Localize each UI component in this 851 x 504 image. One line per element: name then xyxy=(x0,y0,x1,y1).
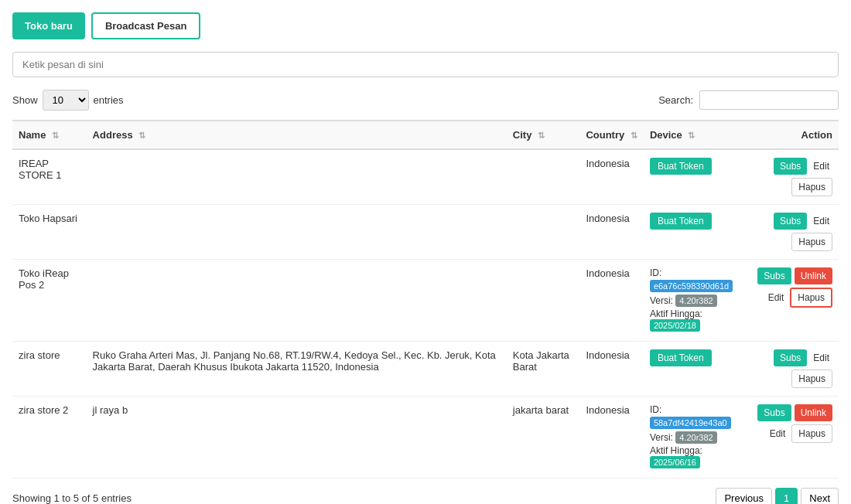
stores-table: Name ⇅ Address ⇅ City ⇅ Country ⇅ Device xyxy=(12,120,839,478)
store-city: Kota Jakarta Barat xyxy=(507,342,580,397)
action-cell: SubsEditHapus xyxy=(751,205,839,260)
device-aktif: Aktif Hingga: 2025/02/18 xyxy=(650,308,745,332)
col-address: Address ⇅ xyxy=(87,121,507,149)
store-name: Toko Hapsari xyxy=(12,205,87,260)
col-device: Device ⇅ xyxy=(644,121,751,149)
store-address xyxy=(87,260,507,342)
store-city xyxy=(507,149,580,205)
buat-token-button[interactable]: Buat Token xyxy=(650,213,712,230)
message-search-bar xyxy=(12,52,839,77)
store-country: Indonesia xyxy=(579,149,643,205)
device-date-badge: 2025/06/16 xyxy=(650,456,700,468)
next-button[interactable]: Next xyxy=(801,488,839,504)
store-country: Indonesia xyxy=(579,397,643,478)
col-action: Action xyxy=(751,121,839,149)
edit-button[interactable]: Edit xyxy=(810,349,832,366)
entries-select[interactable]: 10 25 50 100 xyxy=(43,90,89,111)
name-sort-icon[interactable]: ⇅ xyxy=(52,131,59,140)
edit-button[interactable]: Edit xyxy=(810,158,832,175)
edit-button[interactable]: Edit xyxy=(765,289,788,306)
hapus-button[interactable]: Hapus xyxy=(790,288,832,308)
page-1-button[interactable]: 1 xyxy=(775,488,798,504)
city-sort-icon[interactable]: ⇅ xyxy=(538,131,545,140)
store-country: Indonesia xyxy=(579,205,643,260)
table-row: zira store 2jl raya bjakarta baratIndone… xyxy=(12,397,839,478)
subs-button[interactable]: Subs xyxy=(774,158,807,175)
store-device: ID:58a7df42419e43a0Versi: 4.20r382Aktif … xyxy=(644,397,751,478)
store-name: IREAP STORE 1 xyxy=(12,149,87,205)
pagination: Previous 1 Next xyxy=(716,488,839,504)
device-id-badge: 58a7df42419e43a0 xyxy=(650,417,731,429)
device-versi: Versi: 4.20r382 xyxy=(650,295,745,307)
store-device: Buat Token xyxy=(644,342,751,397)
store-country: Indonesia xyxy=(579,342,643,397)
edit-button[interactable]: Edit xyxy=(767,425,789,442)
country-sort-icon[interactable]: ⇅ xyxy=(631,131,637,140)
hapus-button[interactable]: Hapus xyxy=(791,178,832,196)
store-device: Buat Token xyxy=(644,205,751,260)
device-id-label: ID: xyxy=(650,267,745,278)
store-city xyxy=(507,260,580,342)
col-country: Country ⇅ xyxy=(579,121,643,149)
store-city xyxy=(507,205,580,260)
store-address xyxy=(87,149,507,205)
store-address: Ruko Graha Arteri Mas, Jl. Panjang No.68… xyxy=(87,342,507,397)
search-label: Search: xyxy=(658,94,693,106)
subs-button[interactable]: Subs xyxy=(757,267,791,284)
action-cell: SubsUnlinkEditHapus xyxy=(751,397,839,478)
store-name: zira store 2 xyxy=(12,397,87,478)
store-country: Indonesia xyxy=(579,260,643,342)
device-versi-badge: 4.20r382 xyxy=(675,295,716,307)
hapus-button[interactable]: Hapus xyxy=(791,369,832,388)
device-id-badge: e6a76c598390d61d xyxy=(650,280,733,292)
store-device: Buat Token xyxy=(644,149,751,205)
top-buttons: Toko baru Broadcast Pesan xyxy=(12,12,839,39)
entries-label: entries xyxy=(94,94,124,106)
showing-text: Showing 1 to 5 of 5 entries xyxy=(12,492,132,504)
address-sort-icon[interactable]: ⇅ xyxy=(138,131,145,140)
hapus-button[interactable]: Hapus xyxy=(791,424,832,443)
action-cell: SubsEditHapus xyxy=(751,149,839,205)
show-label: Show xyxy=(12,94,38,106)
col-city: City ⇅ xyxy=(507,121,580,149)
previous-button[interactable]: Previous xyxy=(716,488,772,504)
subs-button[interactable]: Subs xyxy=(774,213,807,230)
device-versi-badge: 4.20r382 xyxy=(675,431,716,444)
edit-button[interactable]: Edit xyxy=(810,213,832,230)
table-row: Toko iReap Pos 2IndonesiaID:e6a76c598390… xyxy=(12,260,839,342)
table-search-input[interactable] xyxy=(699,90,839,110)
hapus-button[interactable]: Hapus xyxy=(791,233,832,251)
action-cell: SubsEditHapus xyxy=(751,342,839,397)
device-date-badge: 2025/02/18 xyxy=(650,319,700,332)
buat-token-button[interactable]: Buat Token xyxy=(650,158,712,175)
search-control: Search: xyxy=(658,90,839,110)
store-name: Toko iReap Pos 2 xyxy=(12,260,87,342)
table-row: IREAP STORE 1IndonesiaBuat TokenSubsEdit… xyxy=(12,149,839,205)
toko-baru-button[interactable]: Toko baru xyxy=(12,12,85,39)
show-entries: Show 10 25 50 100 entries xyxy=(12,90,124,111)
unlink-button[interactable]: Unlink xyxy=(795,404,832,421)
table-row: Toko HapsariIndonesiaBuat TokenSubsEditH… xyxy=(12,205,839,260)
store-address: jl raya b xyxy=(87,397,507,478)
buat-token-button[interactable]: Buat Token xyxy=(650,349,712,366)
broadcast-pesan-button[interactable]: Broadcast Pesan xyxy=(91,12,201,39)
unlink-button[interactable]: Unlink xyxy=(795,267,832,284)
message-input[interactable] xyxy=(12,52,839,77)
page-wrapper: Toko baru Broadcast Pesan Show 10 25 50 … xyxy=(0,0,851,504)
store-address xyxy=(87,205,507,260)
col-name: Name ⇅ xyxy=(12,121,87,149)
store-name: zira store xyxy=(12,342,87,397)
device-sort-icon[interactable]: ⇅ xyxy=(688,131,695,140)
store-city: jakarta barat xyxy=(507,397,580,478)
subs-button[interactable]: Subs xyxy=(774,349,807,366)
store-device: ID:e6a76c598390d61dVersi: 4.20r382Aktif … xyxy=(644,260,751,342)
table-footer: Showing 1 to 5 of 5 entries Previous 1 N… xyxy=(12,488,839,504)
device-versi: Versi: 4.20r382 xyxy=(650,431,745,444)
device-aktif: Aktif Hingga: 2025/06/16 xyxy=(650,445,745,468)
table-controls: Show 10 25 50 100 entries Search: xyxy=(12,90,839,111)
device-id-label: ID: xyxy=(650,404,745,415)
action-cell: SubsUnlinkEditHapus xyxy=(751,260,839,342)
subs-button[interactable]: Subs xyxy=(757,404,791,421)
table-row: zira storeRuko Graha Arteri Mas, Jl. Pan… xyxy=(12,342,839,397)
